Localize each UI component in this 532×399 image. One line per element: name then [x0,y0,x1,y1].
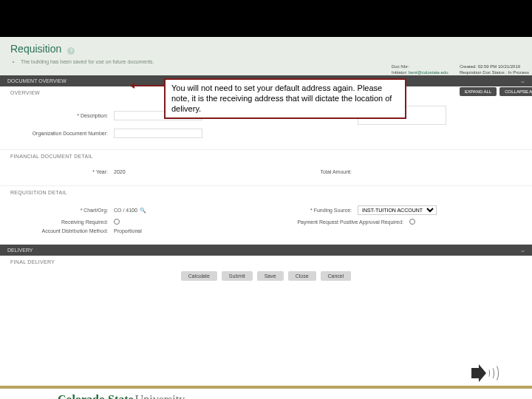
expand-all-button[interactable]: EXPAND ALL [460,87,497,96]
cancel-button[interactable]: Cancel [321,271,352,281]
page-header: Requisition ? The building has been save… [0,37,532,75]
brand-university: University [135,393,185,399]
label-funding-source: Funding Source: [254,208,358,213]
page-title-text: Requisition [10,43,61,55]
top-black-strip [0,0,532,37]
doc-meta-right: Created: 02:59 PM 10/21/2019 Requisition… [460,64,529,76]
save-button[interactable]: Save [257,271,284,281]
org-doc-num-input[interactable] [114,129,202,138]
label-year: Year: [10,169,114,174]
help-icon[interactable]: ? [67,47,75,55]
receiving-required-radio[interactable] [114,219,120,225]
action-buttons: Calculate Submit Save Close Cancel [0,267,532,297]
label-receiving-required: Receiving Required: [10,219,114,225]
label-total-amount: Total Amount: [254,169,358,174]
year-value: 2020 [114,169,126,174]
subsection-requisition-detail: REQUISITION DETAIL [0,186,532,197]
adm-value: Proportional [114,228,142,233]
callout-arrow-icon [132,85,164,86]
instruction-callout: You will not need to set your default ad… [164,78,406,119]
label-payment-req: Payment Request Positive Approval Requir… [254,219,409,225]
funding-source-select[interactable]: INST-TUITION ACCOUNT [358,205,437,215]
payment-req-radio[interactable] [409,219,415,225]
gold-line [0,386,532,389]
label-org-doc-num: Organization Document Number: [10,131,114,136]
close-button[interactable]: Close [288,271,316,281]
section-delivery[interactable]: DELIVERY ⌵ [0,245,532,256]
subsection-final-delivery: FINAL DELIVERY [0,256,532,267]
collapse-all-button[interactable]: COLLAPSE ALL [499,87,532,96]
subsection-financial-detail: FINANCIAL DOCUMENT DETAIL [0,150,532,161]
lookup-icon[interactable]: 🔍 [140,208,146,214]
brand-colorado-state: Colorado State [58,393,134,399]
label-chart-org: Chart/Org: [10,208,114,213]
doc-meta: Doc Nbr: Initiator: bent@colostate.edu [392,64,448,76]
label-adm: Account Distribution Method: [10,228,114,233]
page-title: Requisition ? [10,43,522,55]
chevron-down-icon: ⌵ [521,247,525,253]
calculate-button[interactable]: Calculate [181,271,217,281]
initiator-link[interactable]: bent@colostate.edu [409,70,448,75]
label-description: Description: [10,113,114,118]
chart-org-value: CO / 4100 [114,208,137,213]
speaker-icon [470,362,502,386]
slide-footer: Colorado StateUniversity [0,386,532,389]
chevron-down-icon: ⌵ [521,78,525,84]
submit-button[interactable]: Submit [222,271,253,281]
